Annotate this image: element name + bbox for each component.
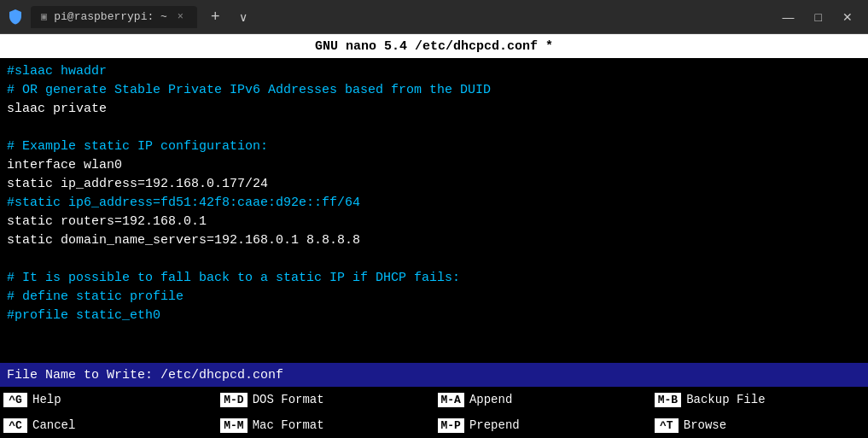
browse-shortcut: ^T	[655, 418, 679, 433]
line-14: #profile static_eth0	[7, 306, 861, 324]
maximize-button[interactable]: □	[807, 0, 830, 34]
cancel-shortcut: ^C	[3, 418, 27, 433]
menu-append[interactable]: M-A Append	[434, 388, 651, 412]
line-7: static ip_address=192.168.0.177/24	[7, 174, 861, 193]
line-2: # OR generate Stable Private IPv6 Addres…	[7, 80, 861, 99]
menu-dos-format[interactable]: M-D DOS Format	[217, 388, 434, 412]
menu-col-3: M-A Append M-P Prepend	[434, 387, 651, 438]
close-tab-button[interactable]: ×	[174, 9, 187, 25]
line-9: static routers=192.168.0.1	[7, 212, 861, 231]
minimize-button[interactable]: —	[774, 0, 803, 34]
title-bar-left: ▣ pi@raspberrypi: ~ × + ∨	[7, 6, 774, 28]
terminal-tab[interactable]: ▣ pi@raspberrypi: ~ ×	[31, 6, 197, 28]
menu-col-1: ^G Help ^C Cancel	[0, 387, 217, 438]
nano-header: GNU nano 5.4 /etc/dhcpcd.conf *	[0, 34, 868, 58]
line-8: #static ip6_address=fd51:42f8:caae:d92e:…	[7, 193, 861, 212]
line-5: # Example static IP configuration:	[7, 137, 861, 155]
backup-shortcut: M-B	[655, 393, 681, 407]
prepend-label: Prepend	[469, 418, 520, 432]
help-label: Help	[32, 393, 61, 406]
browse-label: Browse	[684, 418, 726, 432]
prepend-shortcut: M-P	[438, 418, 464, 433]
mac-label: Mac Format	[253, 418, 324, 432]
menu-browse[interactable]: ^T Browse	[651, 413, 868, 437]
dropdown-button[interactable]: ∨	[234, 10, 253, 24]
nano-menu: ^G Help ^C Cancel M-D DOS Format M-M Mac…	[0, 387, 868, 438]
menu-col-2: M-D DOS Format M-M Mac Format	[217, 387, 434, 438]
append-label: Append	[469, 393, 512, 406]
dos-label: DOS Format	[253, 393, 324, 406]
line-1: #slaac hwaddr	[7, 61, 861, 80]
mac-shortcut: M-M	[220, 418, 247, 433]
menu-prepend[interactable]: M-P Prepend	[434, 413, 651, 437]
line-4	[7, 118, 861, 137]
menu-backup[interactable]: M-B Backup File	[651, 388, 868, 412]
menu-mac-format[interactable]: M-M Mac Format	[217, 413, 434, 437]
nano-header-text: GNU nano 5.4 /etc/dhcpcd.conf *	[315, 39, 553, 54]
filename-text: File Name to Write: /etc/dhcpcd.conf	[7, 368, 283, 383]
line-3: slaac private	[7, 99, 861, 118]
new-tab-button[interactable]: +	[204, 8, 227, 26]
backup-label: Backup File	[686, 393, 765, 406]
help-shortcut: ^G	[3, 393, 27, 407]
nano-content[interactable]: #slaac hwaddr # OR generate Stable Priva…	[0, 58, 868, 363]
line-6: interface wlan0	[7, 155, 861, 174]
terminal-icon: ▣	[41, 10, 47, 23]
append-shortcut: M-A	[438, 393, 464, 407]
close-window-button[interactable]: ✕	[834, 0, 861, 34]
menu-cancel[interactable]: ^C Cancel	[0, 413, 217, 437]
line-11	[7, 249, 861, 268]
line-10: static domain_name_servers=192.168.0.1 8…	[7, 231, 861, 249]
menu-help[interactable]: ^G Help	[0, 388, 217, 412]
dos-shortcut: M-D	[220, 393, 247, 407]
cancel-label: Cancel	[32, 418, 75, 432]
line-12: # It is possible to fall back to a stati…	[7, 268, 861, 287]
filename-bar[interactable]: File Name to Write: /etc/dhcpcd.conf	[0, 363, 868, 387]
shield-icon	[7, 9, 24, 26]
line-13: # define static profile	[7, 287, 861, 306]
tab-label: pi@raspberrypi: ~	[54, 10, 167, 23]
nano-editor: GNU nano 5.4 /etc/dhcpcd.conf * #slaac h…	[0, 34, 868, 438]
window-controls: — □ ✕	[774, 0, 861, 34]
title-bar: ▣ pi@raspberrypi: ~ × + ∨ — □ ✕	[0, 0, 868, 34]
menu-col-4: M-B Backup File ^T Browse	[651, 387, 868, 438]
